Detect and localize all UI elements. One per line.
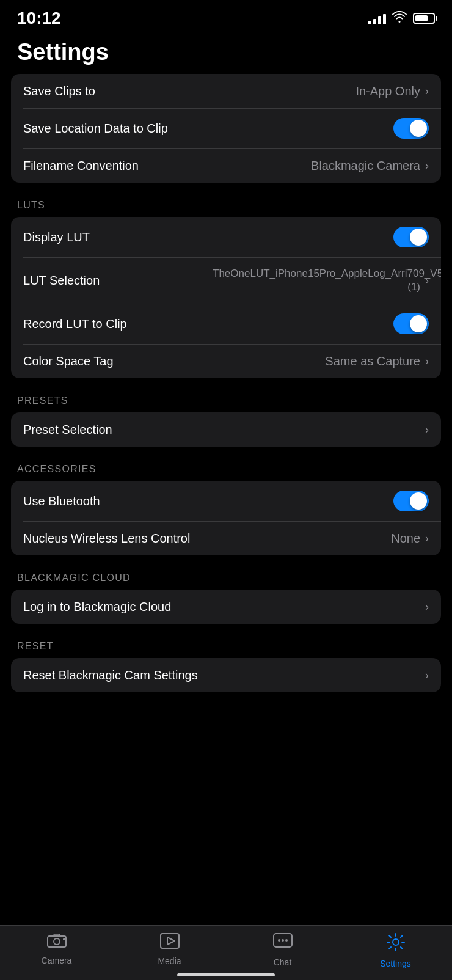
- preset-selection-chevron: ›: [425, 423, 429, 436]
- home-indicator: [177, 973, 275, 976]
- camera-icon: [47, 933, 67, 953]
- display-lut-label: Display LUT: [23, 230, 90, 244]
- record-lut-knob: [410, 315, 427, 332]
- reset-section: RESET Reset Blackmagic Cam Settings ›: [0, 641, 452, 692]
- save-clips-label: Save Clips to: [23, 84, 95, 98]
- blackmagic-cloud-section-label: BLACKMAGIC CLOUD: [0, 572, 452, 590]
- save-location-toggle[interactable]: [393, 118, 429, 139]
- record-lut-row[interactable]: Record LUT to Clip: [11, 304, 441, 344]
- svg-rect-0: [48, 936, 66, 947]
- use-bluetooth-knob: [410, 492, 427, 510]
- luts-section-label: LUTS: [0, 200, 452, 217]
- save-location-label: Save Location Data to Clip: [23, 122, 168, 136]
- nav-camera-label: Camera: [42, 956, 72, 965]
- lut-selection-chevron: ›: [425, 274, 429, 287]
- svg-rect-3: [63, 938, 65, 940]
- filename-convention-chevron: ›: [425, 159, 429, 172]
- reset-settings-label: Reset Blackmagic Cam Settings: [23, 668, 198, 682]
- signal-icon: [368, 12, 386, 24]
- presets-section-label: PRESETS: [0, 395, 452, 412]
- clips-card: Save Clips to In-App Only › Save Locatio…: [11, 74, 441, 183]
- log-in-cloud-chevron-wrap: ›: [425, 601, 429, 613]
- display-lut-toggle[interactable]: [393, 227, 429, 247]
- clips-section: Save Clips to In-App Only › Save Locatio…: [0, 74, 452, 183]
- filename-convention-label: Filename Convention: [23, 159, 139, 173]
- svg-point-8: [282, 939, 284, 942]
- status-bar: 10:12: [0, 0, 452, 33]
- color-space-tag-chevron: ›: [425, 355, 429, 368]
- svg-marker-5: [167, 937, 175, 945]
- nucleus-wireless-row[interactable]: Nucleus Wireless Lens Control None ›: [11, 521, 441, 555]
- luts-card: Display LUT LUT Selection TheOneLUT_iPho…: [11, 217, 441, 378]
- save-location-row[interactable]: Save Location Data to Clip: [11, 108, 441, 148]
- svg-point-7: [278, 939, 280, 942]
- lut-selection-value: TheOneLUT_iPhone15Pro_AppleLog_Arri709_V…: [213, 267, 429, 294]
- reset-settings-chevron: ›: [425, 669, 429, 682]
- use-bluetooth-row[interactable]: Use Bluetooth: [11, 481, 441, 521]
- blackmagic-cloud-section: BLACKMAGIC CLOUD Log in to Blackmagic Cl…: [0, 572, 452, 624]
- display-lut-row[interactable]: Display LUT: [11, 217, 441, 257]
- svg-point-10: [393, 939, 399, 945]
- record-lut-toggle[interactable]: [393, 313, 429, 334]
- save-clips-chevron: ›: [425, 85, 429, 98]
- svg-point-9: [285, 939, 288, 942]
- filename-convention-row[interactable]: Filename Convention Blackmagic Camera ›: [11, 148, 441, 183]
- nav-item-settings[interactable]: Settings: [359, 933, 432, 968]
- nav-chat-label: Chat: [274, 957, 292, 967]
- nucleus-wireless-chevron: ›: [425, 532, 429, 545]
- wifi-icon: [392, 11, 407, 26]
- presets-section: PRESETS Preset Selection ›: [0, 395, 452, 447]
- filename-convention-value: Blackmagic Camera ›: [311, 159, 429, 173]
- log-in-cloud-label: Log in to Blackmagic Cloud: [23, 600, 171, 614]
- lut-selection-label: LUT Selection: [23, 274, 100, 288]
- display-lut-knob: [410, 229, 427, 246]
- battery-icon: [413, 13, 435, 24]
- reset-section-label: RESET: [0, 641, 452, 658]
- media-icon: [160, 933, 180, 953]
- settings-icon: [387, 933, 405, 956]
- use-bluetooth-label: Use Bluetooth: [23, 494, 100, 508]
- color-space-tag-label: Color Space Tag: [23, 354, 114, 368]
- nucleus-wireless-label: Nucleus Wireless Lens Control: [23, 532, 190, 546]
- nav-item-chat[interactable]: Chat: [246, 933, 319, 967]
- luts-section: LUTS Display LUT LUT Selection TheOneLUT…: [0, 200, 452, 378]
- lut-selection-text: TheOneLUT_iPhone15Pro_AppleLog_Arri709_V…: [213, 267, 420, 294]
- status-time: 10:12: [17, 9, 61, 28]
- svg-point-1: [54, 938, 60, 945]
- bottom-nav: Camera Media Chat Settings: [0, 925, 452, 980]
- svg-rect-4: [161, 934, 179, 948]
- settings-content: Save Clips to In-App Only › Save Locatio…: [0, 74, 452, 770]
- use-bluetooth-toggle[interactable]: [393, 491, 429, 511]
- lut-selection-row[interactable]: LUT Selection TheOneLUT_iPhone15Pro_Appl…: [11, 257, 441, 304]
- color-space-tag-row[interactable]: Color Space Tag Same as Capture ›: [11, 344, 441, 378]
- reset-card: Reset Blackmagic Cam Settings ›: [11, 658, 441, 692]
- reset-settings-row[interactable]: Reset Blackmagic Cam Settings ›: [11, 658, 441, 692]
- presets-card: Preset Selection ›: [11, 412, 441, 447]
- color-space-tag-value: Same as Capture ›: [325, 354, 429, 368]
- record-lut-label: Record LUT to Clip: [23, 317, 127, 331]
- preset-selection-row[interactable]: Preset Selection ›: [11, 412, 441, 447]
- preset-selection-label: Preset Selection: [23, 423, 112, 437]
- log-in-cloud-chevron: ›: [425, 601, 429, 613]
- nucleus-wireless-value: None ›: [391, 532, 429, 546]
- nav-media-label: Media: [158, 956, 181, 966]
- save-clips-row[interactable]: Save Clips to In-App Only ›: [11, 74, 441, 108]
- blackmagic-cloud-card: Log in to Blackmagic Cloud ›: [11, 590, 441, 624]
- reset-settings-chevron-wrap: ›: [425, 669, 429, 682]
- nav-settings-label: Settings: [380, 959, 411, 968]
- page-title: Settings: [0, 33, 452, 74]
- save-location-knob: [410, 120, 427, 137]
- status-icons: [368, 11, 435, 26]
- log-in-cloud-row[interactable]: Log in to Blackmagic Cloud ›: [11, 590, 441, 624]
- chat-icon: [273, 933, 293, 954]
- nav-item-media[interactable]: Media: [133, 933, 206, 966]
- accessories-card: Use Bluetooth Nucleus Wireless Lens Cont…: [11, 481, 441, 555]
- accessories-section: ACCESSORIES Use Bluetooth Nucleus Wirele…: [0, 464, 452, 555]
- preset-selection-chevron-wrap: ›: [425, 423, 429, 436]
- accessories-section-label: ACCESSORIES: [0, 464, 452, 481]
- save-clips-value: In-App Only ›: [355, 84, 429, 98]
- nav-item-camera[interactable]: Camera: [20, 933, 93, 965]
